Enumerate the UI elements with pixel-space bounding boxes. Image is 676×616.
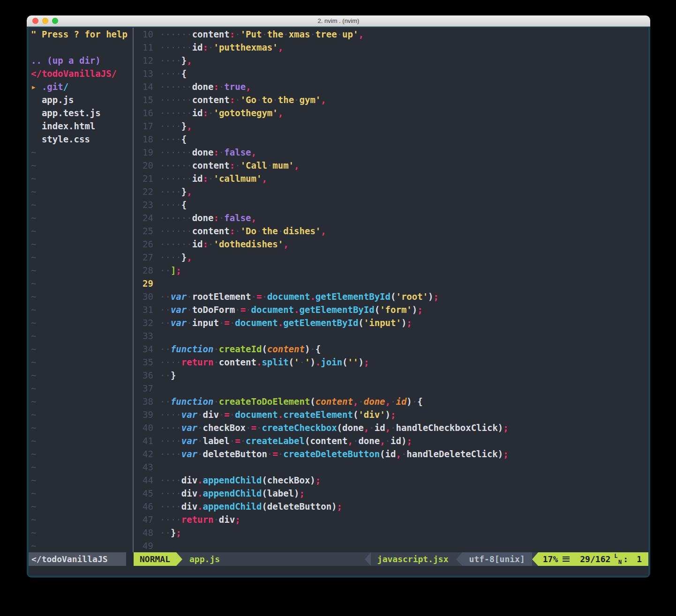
tilde-filler-line: ~ <box>29 447 133 460</box>
line-number: 28 <box>138 264 153 277</box>
tilde-filler-line: ~ <box>29 251 133 264</box>
code-line-14: 14······done:·true, <box>134 80 648 93</box>
tilde-filler-line: ~ <box>29 264 133 277</box>
sidebar-statusline: </todoVanillaJS <box>29 552 134 566</box>
code-text: ······id:·'dothedishes', <box>160 237 289 251</box>
code-line-23: 23····{ <box>134 198 648 211</box>
code-line-10: 10······content:·'Put·the·xmas·tree·up', <box>134 28 648 41</box>
line-number: 12 <box>138 54 153 67</box>
line-number: 20 <box>138 159 153 172</box>
tilde-filler-line: ~ <box>29 356 133 369</box>
code-line-33: 33 <box>134 329 648 342</box>
close-button[interactable] <box>32 18 38 24</box>
vim-split: " Press ? for help.. (up a dir)</todoVan… <box>29 28 648 552</box>
code-line-20: 20······content:·'Call·mum', <box>134 159 648 172</box>
code-text: ······content:·'Put·the·xmas·tree·up', <box>160 28 364 41</box>
line-number-icon: LN <box>614 554 622 564</box>
code-line-28: 28··]; <box>134 264 648 277</box>
code-line-13: 13····{ <box>134 67 648 80</box>
code-line-39: 39····var·div·=·document.createElement('… <box>134 408 648 421</box>
code-text: ··var·rootElement·=·document.getElementB… <box>160 290 439 303</box>
line-number: 26 <box>138 237 153 251</box>
tree-file-app-test-js[interactable]: app.test.js <box>29 106 133 119</box>
tilde-filler-line: ~ <box>29 159 133 172</box>
code-text: ······done:·false, <box>160 211 256 224</box>
tree-blank-line <box>29 41 133 54</box>
tree-dir-git[interactable]: ▸ .git/ <box>29 80 133 93</box>
line-number: 27 <box>138 251 153 264</box>
line-number: 44 <box>138 474 153 487</box>
code-line-45: 45····div.appendChild(label); <box>134 487 648 500</box>
tree-file-index-html[interactable]: index.html <box>29 119 133 133</box>
line-number: 17 <box>138 119 153 133</box>
code-line-48: 48··}; <box>134 526 648 539</box>
line-number: 15 <box>138 93 153 106</box>
terminal-content: " Press ? for help.. (up a dir)</todoVan… <box>27 27 650 578</box>
zoom-button[interactable] <box>52 18 58 24</box>
line-number: 37 <box>138 382 153 395</box>
code-text: ····var·checkBox·=·createCheckbox(done,·… <box>160 421 509 434</box>
code-line-21: 21······id:·'callmum', <box>134 172 648 185</box>
line-number: 34 <box>138 342 153 356</box>
powerline-arrow-right-icon <box>176 552 182 566</box>
line-number: 21 <box>138 172 153 185</box>
line-number: 19 <box>138 146 153 159</box>
editor-pane[interactable]: 10······content:·'Put·the·xmas·tree·up',… <box>134 28 648 552</box>
minimize-button[interactable] <box>42 18 48 24</box>
traffic-lights <box>32 18 58 24</box>
tilde-filler-line: ~ <box>29 237 133 251</box>
line-position: 29/162 <box>580 552 610 566</box>
tilde-filler-line: ~ <box>29 369 133 382</box>
line-number: 16 <box>138 106 153 119</box>
filename-label: app.js <box>189 552 220 566</box>
tilde-filler-line: ~ <box>29 474 133 487</box>
code-line-34: 34··function·createId(content)·{ <box>134 342 648 356</box>
line-number: 46 <box>138 500 153 513</box>
code-line-27: 27····}, <box>134 251 648 264</box>
code-line-12: 12····}, <box>134 54 648 67</box>
line-number: 49 <box>138 539 153 552</box>
code-line-15: 15······content:·'Go·to·the·gym', <box>134 93 648 106</box>
code-text: ······done:·true, <box>160 80 251 93</box>
tree-file-app-js[interactable]: app.js <box>29 93 133 106</box>
tilde-filler-line: ~ <box>29 290 133 303</box>
code-line-43: 43 <box>134 460 648 474</box>
tree-root-todovanillajs[interactable]: </todoVanillaJS/ <box>29 67 133 80</box>
nerdtree-sidebar[interactable]: " Press ? for help.. (up a dir)</todoVan… <box>29 28 133 552</box>
tilde-filler-line: ~ <box>29 211 133 224</box>
code-line-22: 22····}, <box>134 185 648 198</box>
column-number: 1 <box>637 552 642 566</box>
code-line-41: 41····var·label·=·createLabel(content,·d… <box>134 434 648 447</box>
tree-file-style-css[interactable]: style.css <box>29 133 133 146</box>
line-number: 39 <box>138 408 153 421</box>
code-line-44: 44····div.appendChild(checkBox); <box>134 474 648 487</box>
code-text: ··}; <box>160 526 181 539</box>
code-line-19: 19······done:·false, <box>134 146 648 159</box>
code-text: ····}, <box>160 185 192 198</box>
line-number: 30 <box>138 290 153 303</box>
window-title: 2. nvim . (nvim) <box>318 17 360 24</box>
tilde-filler-line: ~ <box>29 185 133 198</box>
code-line-49: 49 <box>134 539 648 552</box>
scroll-percent: 17% <box>543 552 558 566</box>
tilde-filler-line: ~ <box>29 342 133 356</box>
line-number: 13 <box>138 67 153 80</box>
line-number: 33 <box>138 329 153 342</box>
tilde-filler-line: ~ <box>29 408 133 421</box>
line-number: 31 <box>138 303 153 316</box>
line-number: 32 <box>138 316 153 329</box>
line-number: 40 <box>138 421 153 434</box>
title-bar[interactable]: 2. nvim . (nvim) <box>27 15 650 27</box>
code-text: ····{ <box>160 133 187 146</box>
code-line-30: 30··var·rootElement·=·document.getElemen… <box>134 290 648 303</box>
code-line-35: 35····return·content.split('·').join('')… <box>134 356 648 369</box>
command-line[interactable] <box>29 566 648 576</box>
status-bar: </todoVanillaJS NORMAL app.js javascript… <box>29 552 648 566</box>
code-text: ··} <box>160 369 176 382</box>
tree-up-a-dir[interactable]: .. (up a dir) <box>29 54 133 67</box>
code-text: ····{ <box>160 67 187 80</box>
code-text: ······content:·'Go·to·the·gym', <box>160 93 326 106</box>
code-line-47: 47····return·div; <box>134 513 648 526</box>
tilde-filler-line: ~ <box>29 329 133 342</box>
tree-help-line: " Press ? for help <box>29 28 133 41</box>
